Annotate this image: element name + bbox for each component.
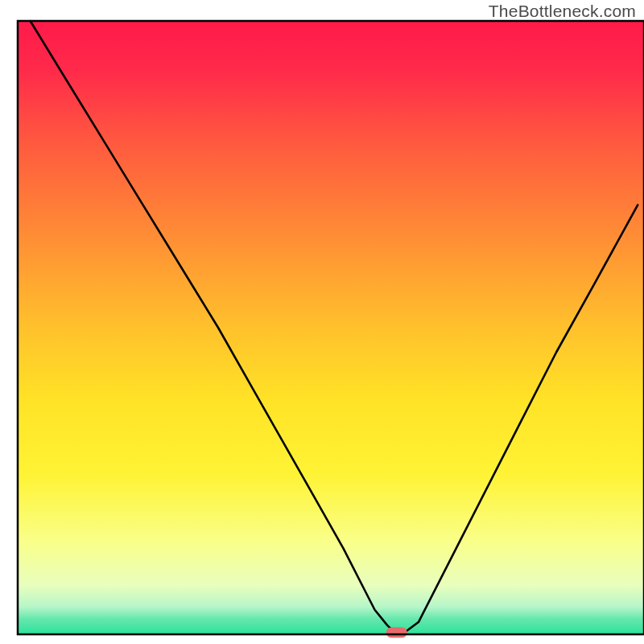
min-marker	[386, 627, 407, 638]
chart-container: TheBottleneck.com	[0, 0, 644, 644]
watermark-text: TheBottleneck.com	[489, 2, 636, 21]
bottleneck-chart	[0, 0, 644, 644]
gradient-background	[18, 21, 644, 634]
